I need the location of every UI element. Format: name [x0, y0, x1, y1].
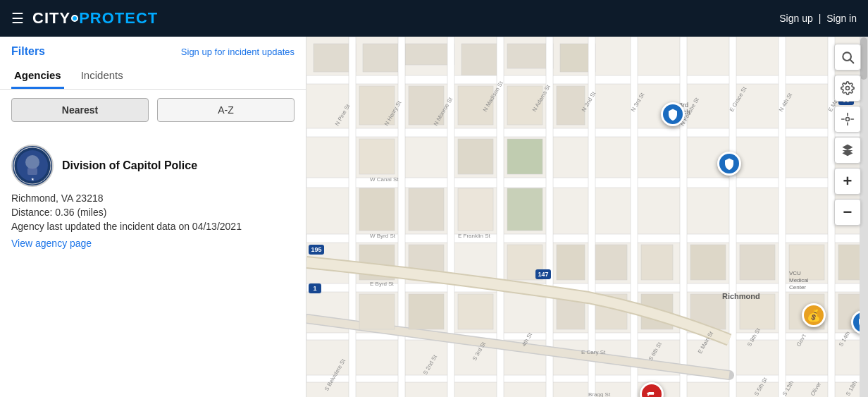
main-content: Filters Sign up for incident updates Age… — [0, 37, 868, 397]
svg-point-114 — [846, 118, 850, 121]
map-settings-button[interactable] — [834, 75, 861, 102]
logo-protect-text: PROTECT — [79, 9, 158, 28]
svg-rect-3 — [27, 168, 37, 175]
map-layer-button[interactable] — [834, 137, 861, 164]
svg-rect-34 — [458, 139, 493, 174]
svg-text:E Cary St: E Cary St — [581, 349, 606, 355]
agency-badge-inner: ★ — [13, 147, 51, 185]
tab-incidents[interactable]: Incidents — [78, 63, 126, 89]
tabs-bar: Agencies Incidents — [0, 58, 306, 90]
svg-rect-40 — [507, 188, 542, 231]
map-pin-incident-bag[interactable]: 💰 — [802, 303, 826, 327]
svg-rect-110 — [647, 394, 649, 396]
map-zoom-in-button[interactable]: + — [834, 168, 861, 195]
sort-nearest-button[interactable]: Nearest — [11, 98, 149, 122]
svg-text:147: 147 — [538, 271, 548, 278]
map-location-button[interactable] — [834, 106, 861, 133]
svg-rect-51 — [458, 294, 493, 329]
svg-text:195: 195 — [311, 246, 321, 253]
agency-last-updated: Agency last updated the incident data on… — [11, 221, 294, 232]
app-header: ☰ CITY PROTECT Sign up | Sign in — [0, 0, 868, 37]
tab-agencies[interactable]: Agencies — [11, 63, 64, 89]
svg-line-112 — [850, 60, 854, 63]
svg-rect-36 — [557, 86, 585, 125]
svg-rect-20 — [398, 37, 405, 397]
map-search-button[interactable] — [834, 44, 861, 71]
sidebar: Filters Sign up for incident updates Age… — [0, 37, 306, 397]
sidebar-top: Filters Sign up for incident updates — [0, 37, 306, 58]
svg-rect-41 — [507, 139, 542, 174]
svg-text:Bragg St: Bragg St — [588, 391, 611, 397]
agency-distance: Distance: 0.36 (miles) — [11, 207, 294, 218]
auth-links: Sign up | Sign in — [779, 13, 857, 24]
svg-rect-38 — [409, 188, 444, 231]
signup-incident-updates-link[interactable]: Sign up for incident updates — [181, 47, 294, 57]
svg-text:VCU: VCU — [789, 270, 801, 276]
svg-point-2 — [25, 155, 39, 169]
map-canvas: N Pine St N Henry St N Monroe St N Madis… — [306, 37, 868, 397]
auth-divider: | — [819, 13, 822, 24]
svg-rect-37 — [359, 188, 395, 231]
svg-rect-31 — [359, 139, 395, 174]
map-pin-weapon[interactable] — [640, 382, 664, 397]
logo-city-text: CITY — [32, 9, 70, 28]
map-pin-police-1[interactable] — [661, 102, 685, 126]
svg-rect-48 — [595, 245, 627, 280]
map-scrollbar-thumb[interactable] — [860, 37, 867, 80]
agency-name: Division of Capitol Police — [62, 159, 197, 172]
signin-link[interactable]: Sign in — [826, 13, 857, 24]
agency-header: ★ Division of Capitol Police — [11, 145, 294, 187]
svg-rect-8 — [405, 44, 454, 65]
svg-rect-58 — [690, 245, 726, 280]
menu-icon[interactable]: ☰ — [11, 10, 24, 27]
agency-list: ★ Division of Capitol Police Richmond, V… — [0, 130, 306, 397]
svg-text:Medical: Medical — [789, 277, 809, 283]
sort-buttons: Nearest A-Z — [0, 90, 306, 130]
map-controls: + − — [834, 44, 861, 226]
svg-text:W Byrd St: W Byrd St — [370, 233, 396, 239]
svg-rect-24 — [588, 37, 595, 397]
svg-text:E Franklin St: E Franklin St — [458, 233, 491, 239]
svg-text:E Byrd St: E Byrd St — [370, 281, 395, 287]
map-zoom-out-button[interactable]: − — [834, 199, 861, 226]
map-area[interactable]: N Pine St N Henry St N Monroe St N Madis… — [306, 37, 868, 397]
svg-rect-39 — [458, 188, 493, 231]
logo-dot-icon — [71, 15, 78, 22]
svg-rect-27 — [729, 37, 736, 397]
signup-link-header[interactable]: Sign up — [779, 13, 812, 24]
svg-rect-25 — [631, 37, 638, 397]
logo: CITY PROTECT — [32, 9, 158, 28]
svg-text:1: 1 — [313, 285, 316, 292]
agency-address: Richmond, VA 23218 — [11, 193, 294, 204]
svg-rect-19 — [349, 37, 356, 397]
svg-rect-50 — [409, 294, 444, 329]
svg-rect-28 — [779, 37, 786, 397]
map-pin-police-2[interactable] — [717, 152, 741, 176]
svg-rect-47 — [557, 245, 585, 280]
svg-text:Richmond: Richmond — [722, 292, 760, 300]
svg-rect-9 — [461, 44, 500, 75]
svg-rect-26 — [680, 37, 687, 397]
view-agency-page-link[interactable]: View agency page — [11, 238, 294, 249]
svg-rect-59 — [740, 245, 775, 280]
agency-badge: ★ — [11, 145, 54, 187]
filters-label: Filters — [11, 45, 45, 58]
agency-badge-svg: ★ — [13, 147, 51, 185]
svg-rect-49 — [359, 294, 395, 329]
svg-rect-57 — [641, 245, 673, 280]
agency-card: ★ Division of Capitol Police Richmond, V… — [11, 136, 294, 257]
sort-az-button[interactable]: A-Z — [157, 98, 294, 122]
svg-text:Center: Center — [789, 284, 806, 291]
svg-rect-7 — [363, 44, 398, 72]
svg-point-113 — [846, 87, 850, 90]
header-left: ☰ CITY PROTECT — [11, 9, 158, 28]
svg-text:W Canal St: W Canal St — [370, 176, 399, 183]
